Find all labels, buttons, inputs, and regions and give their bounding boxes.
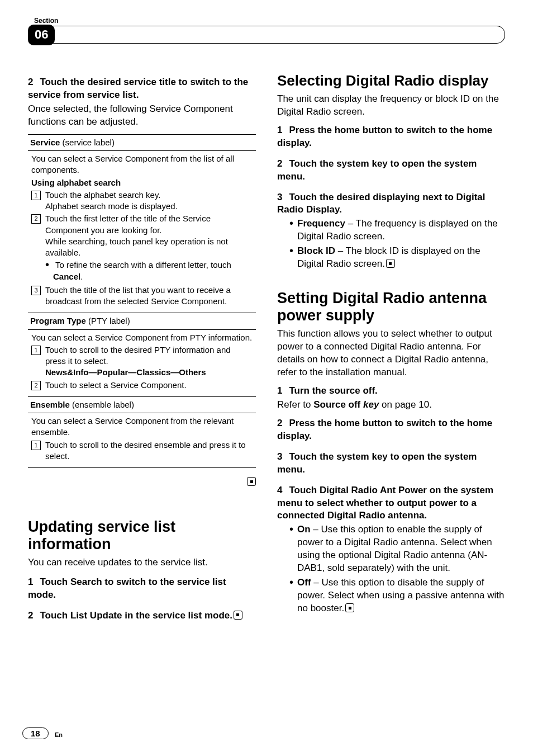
step-number: 1	[277, 125, 282, 135]
ensemble-note: (ensemble label)	[70, 400, 134, 409]
antenna-intro: This function allows you to select wheth…	[277, 328, 505, 379]
step-number: 2	[28, 77, 33, 87]
updating-heading: Updating service list information	[28, 518, 256, 553]
selecting-display-intro: The unit can display the frequency or bl…	[277, 93, 505, 119]
step-number: 3	[277, 451, 282, 462]
ensemble-row-body: You can select a Service Component from …	[28, 413, 256, 467]
service-row-body: You can select a Service Component from …	[28, 151, 256, 313]
step-number: 2	[28, 610, 33, 621]
ensemble-bold: Ensemble	[30, 400, 70, 409]
pty-intro: You can select a Service Component from …	[31, 332, 253, 343]
step-text: Touch Search to switch to the service li…	[28, 577, 226, 600]
secA-bullets: Frequency – The frequency is displayed o…	[277, 218, 505, 271]
secA-step-3: 3Touch the desired displaying next to Di…	[277, 191, 505, 217]
box-number-icon: 1	[31, 191, 41, 200]
secA-step-1: 1Press the home button to switch to the …	[277, 124, 505, 150]
step-text: Touch the desired service title to switc…	[28, 77, 248, 100]
program-type-row-body: You can select a Service Component from …	[28, 330, 256, 397]
list-item-subtext: Alphabet search mode is displayed.	[45, 201, 178, 211]
section-label: Section	[34, 17, 58, 25]
refine-text-a: To refine the search with a different le…	[55, 260, 231, 270]
refer-text-d: on page 10.	[379, 399, 432, 410]
service-label-note: (service label)	[60, 138, 115, 147]
step-2-description: Once selected, the following Service Com…	[28, 103, 256, 129]
list-item: To refine the search with a different le…	[53, 259, 253, 282]
language-label: En	[55, 731, 63, 738]
list-item-text: Touch to scroll to the desired ensemble …	[45, 440, 253, 462]
end-mark-icon	[234, 611, 242, 620]
tab-border	[53, 26, 505, 44]
list-item-text: Touch the title of the list that you wan…	[45, 285, 253, 308]
step-text: Touch Digital Radio Ant Power on the sys…	[277, 485, 493, 521]
off-text: – Use this option to disable the supply …	[297, 577, 504, 613]
box-number-icon: 3	[31, 286, 41, 295]
pty-options: News&Info—Popular—Classics—Others	[45, 367, 206, 377]
ensemble-intro: You can select a Service Component from …	[31, 415, 253, 438]
box-number-icon: 1	[31, 441, 41, 450]
updating-intro: You can receive updates to the service l…	[28, 556, 256, 569]
refine-text-c: .	[80, 272, 83, 281]
list-item-subtext: While searching, touch panel key operati…	[45, 237, 228, 257]
secB-step-4: 4Touch Digital Radio Ant Power on the sy…	[277, 484, 505, 523]
list-item: 2 Touch the first letter of the title of…	[31, 213, 253, 284]
end-mark-icon	[247, 477, 256, 486]
list-item-text: Touch the alphabet search key.	[45, 190, 161, 200]
source-off-label: Source off	[313, 399, 360, 410]
step-text: Turn the source off.	[289, 385, 377, 396]
program-type-bold: Program Type	[30, 316, 86, 325]
secB-step-1-refer: Refer to Source off key on page 10.	[277, 399, 505, 412]
box-number-icon: 2	[31, 381, 41, 390]
left-column: 2Touch the desired service title to swit…	[28, 73, 256, 623]
step-number: 1	[28, 577, 33, 587]
antenna-heading: Setting Digital Radio antenna power supp…	[277, 290, 505, 324]
list-item: On – Use this option to enable the suppl…	[297, 523, 505, 575]
on-text: – Use this option to enable the supply o…	[297, 524, 492, 573]
step-text: Touch the system key to open the system …	[277, 451, 477, 475]
program-type-row-title: Program Type (PTY label)	[28, 313, 256, 329]
list-item: 1 Touch to scroll to the desired ensembl…	[31, 440, 253, 462]
page-number-badge: 18	[22, 727, 49, 739]
service-label-bold: Service	[30, 138, 60, 147]
step-2: 2Touch the desired service title to swit…	[28, 76, 256, 102]
box-number-icon: 1	[31, 346, 41, 355]
manual-page: Section 06 Digital Radio 2Touch the desi…	[0, 0, 533, 756]
service-row-title: Service (service label)	[28, 135, 256, 151]
list-item-text: Touch to scroll to the desired PTY infor…	[45, 345, 231, 366]
service-intro: You can select a Service Component from …	[31, 153, 253, 176]
list-item-text: Touch to select a Service Component.	[45, 380, 187, 391]
frequency-label: Frequency	[297, 218, 345, 229]
column-container: 2Touch the desired service title to swit…	[28, 73, 505, 623]
end-mark-icon	[386, 259, 395, 268]
right-column: Selecting Digital Radio display The unit…	[277, 73, 505, 623]
list-item: 1 Touch the alphabet search key. Alphabe…	[31, 190, 253, 212]
secB-step-2: 2Press the home button to switch to the …	[277, 417, 505, 443]
step-number: 3	[277, 192, 282, 202]
step-text: Touch the system key to open the system …	[277, 158, 477, 182]
refer-text-a: Refer to	[277, 399, 313, 410]
list-item: Frequency – The frequency is displayed o…	[297, 218, 505, 243]
secA-step-2: 2Touch the system key to open the system…	[277, 158, 505, 183]
selecting-display-heading: Selecting Digital Radio display	[277, 73, 505, 89]
ensemble-row-title: Ensemble (ensemble label)	[28, 397, 256, 413]
step-text: Press the home button to switch to the h…	[277, 125, 492, 148]
program-type-note: (PTY label)	[86, 316, 130, 325]
step-number: 4	[277, 485, 282, 495]
list-item-text: Touch the first letter of the title of t…	[45, 214, 211, 234]
box-number-icon: 2	[31, 214, 41, 224]
end-mark-icon	[345, 603, 354, 612]
list-item: 2 Touch to select a Service Component.	[31, 380, 253, 391]
updating-step-2: 2Touch List Update in the service list m…	[28, 609, 256, 622]
secB-step-3: 3Touch the system key to open the system…	[277, 451, 505, 476]
secB-step-1: 1Turn the source off.	[277, 385, 505, 398]
key-label: key	[360, 399, 379, 410]
section-header: Section 06 Digital Radio	[28, 17, 505, 50]
blockid-label: Block ID	[297, 245, 335, 256]
cancel-label: Cancel	[53, 272, 80, 281]
step-text: Touch List Update in the service list mo…	[40, 610, 232, 621]
list-item: 1 Touch to scroll to the desired PTY inf…	[31, 344, 253, 379]
alphabet-search-title: Using alphabet search	[31, 177, 253, 188]
list-item: Block ID – The block ID is displayed on …	[297, 245, 505, 271]
step-number: 2	[277, 158, 282, 169]
service-table: Service (service label) You can select a…	[28, 134, 256, 468]
step-number: 2	[277, 418, 282, 428]
